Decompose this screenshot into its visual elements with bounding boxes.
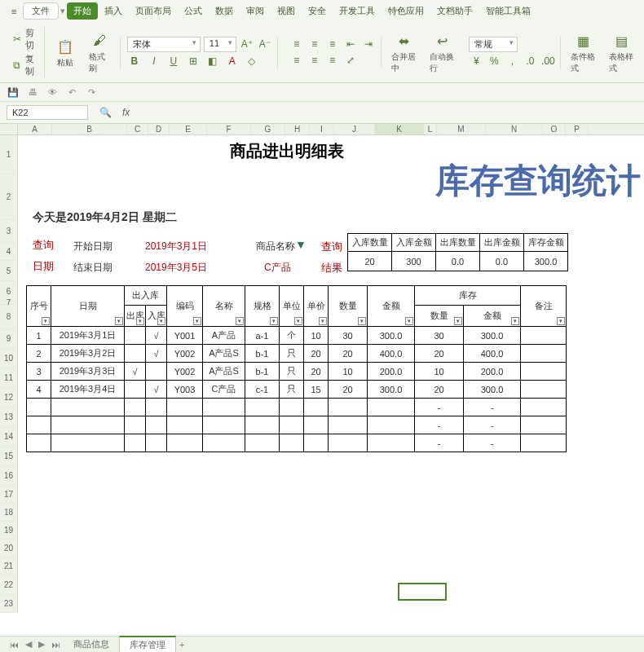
- tab-review[interactable]: 审阅: [240, 2, 271, 20]
- font-color-button[interactable]: A: [225, 54, 240, 68]
- col-remark[interactable]: 备注▾: [521, 286, 567, 327]
- sheet-nav-first-icon[interactable]: ⏮: [7, 640, 22, 650]
- font-size-select[interactable]: 11: [204, 37, 236, 52]
- italic-button[interactable]: I: [147, 54, 161, 68]
- row-header[interactable]: 4: [0, 243, 18, 261]
- col-header-P[interactable]: P: [566, 124, 589, 134]
- col-price[interactable]: 单价▾: [304, 286, 329, 327]
- row-header[interactable]: 3: [0, 220, 18, 243]
- paste-button[interactable]: 📋粘贴: [51, 36, 79, 68]
- col-header-C[interactable]: C: [127, 124, 148, 134]
- col-header-H[interactable]: H: [285, 124, 310, 134]
- row-header[interactable]: 21: [0, 557, 18, 575]
- sheet-canvas[interactable]: 商品进出明细表 库存查询统计 今天是2019年4月2日 星期二 查询 日期 开始…: [18, 135, 644, 641]
- tab-page-layout[interactable]: 页面布局: [129, 2, 178, 20]
- sheet-tab[interactable]: 商品信息: [64, 637, 119, 652]
- col-header-J[interactable]: J: [334, 124, 375, 134]
- row-header[interactable]: 9: [0, 329, 18, 349]
- add-sheet-button[interactable]: +: [176, 640, 187, 650]
- row-header[interactable]: 5: [0, 261, 18, 281]
- underline-button[interactable]: U: [166, 54, 181, 68]
- tab-home[interactable]: 开始: [67, 2, 98, 20]
- cut-button[interactable]: ✂剪切: [11, 27, 39, 51]
- row-header[interactable]: 14: [0, 427, 18, 447]
- percent-icon[interactable]: %: [487, 54, 501, 68]
- filter-icon[interactable]: ▾: [193, 317, 201, 325]
- tab-dev-tools[interactable]: 开发工具: [333, 2, 382, 20]
- filter-icon[interactable]: ▾: [294, 317, 302, 325]
- hamburger-icon[interactable]: ≡: [5, 4, 23, 19]
- col-unit[interactable]: 单位▾: [280, 286, 304, 327]
- col-header-K[interactable]: K: [375, 124, 424, 134]
- filter-icon[interactable]: ▾: [115, 317, 123, 325]
- filter-icon[interactable]: ▾: [42, 317, 50, 325]
- align-left-icon[interactable]: ≡: [289, 53, 304, 68]
- col-header-M[interactable]: M: [437, 124, 486, 134]
- fill-color-button[interactable]: ◧: [205, 54, 220, 68]
- row-header[interactable]: 10: [0, 349, 18, 368]
- align-center-icon[interactable]: ≡: [307, 53, 322, 68]
- filter-icon[interactable]: ▾: [358, 317, 366, 325]
- sheet-nav-next-icon[interactable]: ▶: [35, 639, 48, 650]
- filter-icon[interactable]: ▾: [557, 317, 565, 325]
- col-header-F[interactable]: F: [207, 124, 251, 134]
- row-header[interactable]: 16: [0, 466, 18, 486]
- col-header-A[interactable]: A: [18, 124, 52, 134]
- clear-fx-button[interactable]: ◇: [245, 54, 259, 68]
- preview-icon[interactable]: 👁: [46, 86, 59, 98]
- redo-icon[interactable]: ↷: [85, 86, 98, 98]
- col-header-B[interactable]: B: [52, 124, 127, 134]
- col-in[interactable]: 入库▾: [146, 305, 167, 326]
- align-top-icon[interactable]: ≡: [289, 37, 304, 51]
- format-painter-button[interactable]: 🖌格式刷: [86, 30, 113, 74]
- file-menu[interactable]: 文件: [23, 2, 59, 20]
- comma-icon[interactable]: ,: [505, 54, 519, 68]
- tab-doc-assist[interactable]: 文档助手: [430, 2, 479, 20]
- number-format-select[interactable]: 常规: [469, 37, 518, 52]
- tab-smart-tools[interactable]: 智能工具箱: [479, 2, 537, 20]
- indent-inc-icon[interactable]: ⇥: [361, 37, 376, 51]
- tab-formulas[interactable]: 公式: [178, 2, 209, 20]
- row-header[interactable]: 19: [0, 522, 18, 540]
- dec-decimal-icon[interactable]: .00: [540, 54, 555, 68]
- row-header[interactable]: 22: [0, 575, 18, 595]
- active-cell[interactable]: [398, 583, 447, 601]
- filter-icon[interactable]: ▾: [270, 317, 278, 325]
- cond-format-button[interactable]: ▦条件格式: [567, 30, 599, 74]
- col-date[interactable]: 日期▾: [51, 286, 125, 327]
- col-header-E[interactable]: E: [170, 124, 207, 134]
- tab-view[interactable]: 视图: [271, 2, 302, 20]
- filter-icon[interactable]: ▾: [136, 317, 144, 325]
- fx-label[interactable]: fx: [122, 107, 130, 118]
- col-stock-qty[interactable]: 数量▾: [415, 305, 464, 326]
- filter-icon[interactable]: ▾: [511, 317, 519, 325]
- col-header-D[interactable]: D: [148, 124, 170, 134]
- row-header[interactable]: 20: [0, 540, 18, 557]
- col-out[interactable]: 出库▾: [125, 305, 146, 326]
- sheet-nav-last-icon[interactable]: ⏭: [48, 640, 64, 650]
- font-family-select[interactable]: 宋体: [127, 37, 201, 52]
- filter-icon[interactable]: ▾: [454, 317, 462, 325]
- copy-button[interactable]: ⧉复制: [11, 53, 39, 77]
- border-button[interactable]: ⊞: [186, 54, 201, 68]
- row-header[interactable]: 15: [0, 447, 18, 466]
- col-header-N[interactable]: N: [486, 124, 543, 134]
- row-header[interactable]: 23: [0, 595, 18, 613]
- indent-dec-icon[interactable]: ⇤: [343, 37, 358, 51]
- merge-center-button[interactable]: ⬌合并居中: [388, 30, 420, 74]
- wrap-text-button[interactable]: ↩自动换行: [426, 30, 458, 74]
- table-style-button[interactable]: ▤表格样式: [606, 30, 637, 74]
- col-stock-amt[interactable]: 金额▾: [464, 305, 521, 326]
- tab-data[interactable]: 数据: [209, 2, 240, 20]
- align-bot-icon[interactable]: ≡: [325, 37, 340, 51]
- row-header[interactable]: 18: [0, 504, 18, 522]
- inc-decimal-icon[interactable]: .0: [523, 54, 537, 68]
- col-header-I[interactable]: I: [310, 124, 334, 134]
- filter-icon[interactable]: ▾: [236, 317, 244, 325]
- increase-font-icon[interactable]: A⁺: [240, 37, 254, 51]
- row-header[interactable]: 1: [0, 135, 18, 174]
- filter-icon[interactable]: ▾: [157, 317, 165, 325]
- undo-icon[interactable]: ↶: [65, 86, 78, 98]
- orientation-icon[interactable]: ⤢: [343, 53, 358, 68]
- decrease-font-icon[interactable]: A⁻: [258, 37, 272, 51]
